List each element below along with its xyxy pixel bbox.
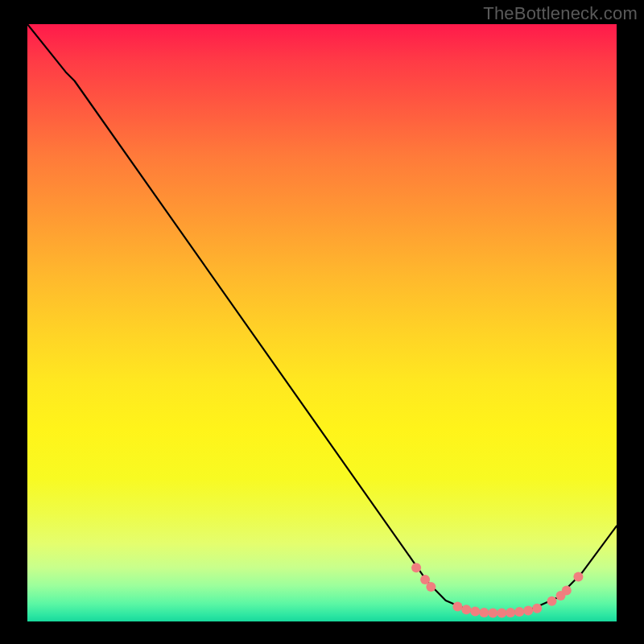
watermark-label: TheBottleneck.com: [483, 3, 638, 24]
curve-marker: [573, 572, 583, 581]
plot-area: [27, 24, 617, 621]
curve-marker: [562, 585, 572, 595]
curve-marker: [479, 608, 489, 617]
curve-layer: [27, 24, 617, 621]
curve-marker: [488, 609, 497, 618]
curve-marker: [523, 606, 533, 616]
curve-marker: [461, 605, 471, 614]
curve-marker: [426, 582, 436, 592]
curve-marker: [547, 597, 557, 606]
curve-marker: [452, 602, 462, 612]
curve-markers: [411, 563, 583, 617]
curve-marker: [411, 563, 421, 572]
curve-marker: [470, 606, 480, 616]
curve-marker: [497, 609, 506, 618]
curve-marker: [532, 604, 542, 613]
chart-frame: TheBottleneck.com: [0, 0, 644, 644]
curve-marker: [514, 607, 524, 617]
curve-marker: [506, 608, 515, 617]
bottleneck-curve: [27, 24, 617, 613]
